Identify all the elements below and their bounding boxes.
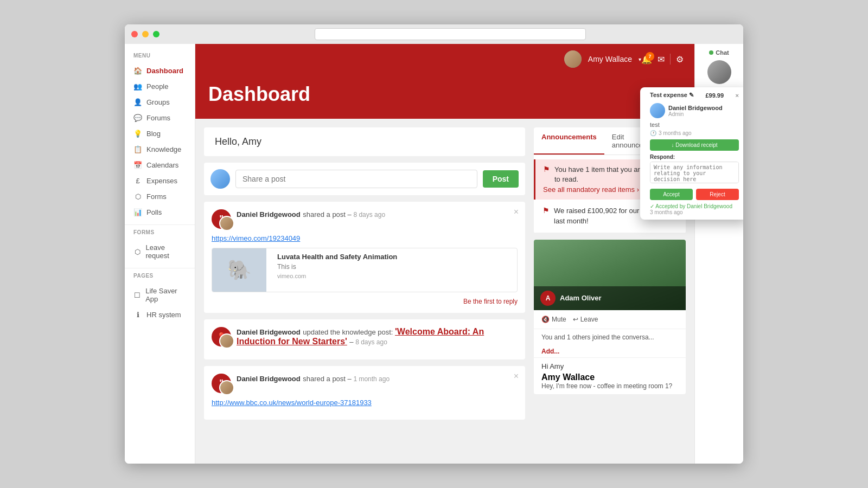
mandatory-link[interactable]: See all mandatory read items › bbox=[543, 185, 639, 194]
sidebar-item-forums[interactable]: 💬 Forums bbox=[125, 110, 195, 126]
chat-add-link[interactable]: Add... bbox=[534, 345, 686, 357]
post-composer: Post bbox=[204, 163, 525, 195]
sidebar-item-label: Dashboard bbox=[146, 67, 183, 75]
sidebar-item-life-saver[interactable]: ☐ Life Saver App bbox=[125, 283, 195, 307]
online-indicator bbox=[709, 50, 713, 55]
home-icon: 🏠 bbox=[133, 67, 142, 75]
feed-author: Daniel Bridgewood bbox=[237, 328, 301, 336]
traffic-light-red[interactable] bbox=[131, 31, 138, 37]
feed-link[interactable]: http://www.bbc.co.uk/news/world-europe-3… bbox=[212, 399, 518, 407]
mobile-username: Daniel Bridgewood bbox=[668, 105, 723, 111]
feed-preview: 🐘 Luvata Health and Safety Animation Thi… bbox=[212, 248, 518, 292]
sidebar-item-label: Knowledge bbox=[146, 145, 181, 153]
mail-icon[interactable]: ✉ bbox=[658, 54, 665, 65]
accepted-text: ✓ Accepted by Daniel Bridgewood bbox=[650, 203, 732, 209]
feed-action: shared a post – bbox=[303, 210, 353, 219]
sidebar-item-people[interactable]: 👥 People bbox=[125, 79, 195, 94]
feed-close-button[interactable]: × bbox=[514, 207, 519, 217]
feed-preview-desc: This is bbox=[277, 263, 513, 271]
feed-time: 1 month ago bbox=[353, 375, 390, 383]
post-button[interactable]: Post bbox=[483, 170, 519, 188]
expense-amount: £99.99 bbox=[705, 92, 724, 99]
reject-button[interactable]: Reject bbox=[696, 189, 739, 200]
mobile-expense-header: Test expense ✎ £99.99 × bbox=[650, 92, 739, 99]
sidebar-item-hr[interactable]: ℹ HR system bbox=[125, 307, 195, 323]
mute-icon: 🔇 bbox=[541, 316, 550, 323]
chat-panel-header: Chat bbox=[709, 49, 729, 56]
feed-avatar-wrap: " bbox=[212, 209, 231, 229]
chat-join-text: You and 1 others joined the conversa... bbox=[534, 329, 686, 345]
sidebar-item-label: Blog bbox=[146, 130, 161, 138]
chat-panel-label: Chat bbox=[716, 49, 729, 56]
sidebar-item-label: Calendars bbox=[146, 161, 178, 169]
traffic-light-yellow[interactable] bbox=[142, 31, 149, 37]
sidebar-item-groups[interactable]: 👤 Groups bbox=[125, 94, 195, 110]
leave-button[interactable]: ↩ Leave bbox=[573, 316, 598, 323]
sidebar-item-dashboard[interactable]: 🏠 Dashboard bbox=[125, 63, 195, 79]
hr-icon: ℹ bbox=[133, 311, 142, 319]
avatar-image bbox=[564, 50, 582, 68]
arrow-icon: › bbox=[637, 185, 639, 194]
main-with-chat: Amy Wallace ▾ 🔔 7 ✉ ⚙ Das bbox=[195, 44, 743, 464]
accepted-message: ✓ Accepted by Daniel Bridgewood bbox=[650, 203, 739, 209]
feed-meta: Daniel Bridgewood shared a post – 1 mont… bbox=[237, 374, 518, 383]
address-bar[interactable] bbox=[315, 28, 586, 40]
sidebar-item-knowledge[interactable]: 📋 Knowledge bbox=[125, 142, 195, 157]
sidebar-item-forms[interactable]: ⬡ Forms bbox=[125, 189, 195, 204]
traffic-light-green[interactable] bbox=[153, 31, 159, 37]
feed-item-header: " Daniel Bridgewood shared a post – 8 da… bbox=[212, 209, 518, 229]
forms-icon: ⬡ bbox=[133, 192, 142, 201]
accept-button[interactable]: Accept bbox=[650, 189, 693, 200]
feed-item-knowledge: 📍 Daniel Bridgewood updated the knowledg… bbox=[204, 319, 525, 359]
chat-actions: 🔇 Mute ↩ Leave bbox=[534, 310, 686, 329]
feed-link[interactable]: https://vimeo.com/19234049 bbox=[212, 234, 518, 242]
feed-dash: – bbox=[349, 338, 355, 346]
tab-announcements[interactable]: Announcements bbox=[534, 127, 604, 155]
leave-icon: ⬡ bbox=[133, 248, 141, 256]
feed-close-button[interactable]: × bbox=[514, 371, 519, 381]
share-post-input[interactable] bbox=[235, 170, 477, 188]
feed-reply-prompt[interactable]: Be the first to reply bbox=[212, 298, 518, 305]
app-layout: MENU 🏠 Dashboard 👥 People 👤 Groups 💬 For… bbox=[125, 44, 743, 464]
life-saver-icon: ☐ bbox=[133, 291, 141, 299]
sidebar: MENU 🏠 Dashboard 👥 People 👤 Groups 💬 For… bbox=[125, 44, 195, 464]
browser-titlebar bbox=[125, 24, 743, 44]
feed-avatar-wrap: " bbox=[212, 374, 231, 393]
feed-meta: Daniel Bridgewood shared a post – 8 days… bbox=[237, 209, 518, 219]
feed-item-header: 📍 Daniel Bridgewood updated the knowledg… bbox=[212, 327, 518, 346]
mobile-user-info: Daniel Bridgewood Admin bbox=[668, 105, 723, 117]
mute-button[interactable]: 🔇 Mute bbox=[541, 316, 566, 323]
mobile-frame: Test expense ✎ £99.99 × Daniel Bridgewoo… bbox=[646, 87, 743, 220]
header-separator bbox=[670, 54, 671, 65]
feed-preview-source: vimeo.com bbox=[277, 273, 513, 279]
mobile-role: Admin bbox=[668, 111, 723, 117]
chat-user-overlay: A Adam Oliver bbox=[534, 286, 686, 310]
chat-user-1[interactable] bbox=[707, 60, 731, 84]
feed-column: Hello, Amy Post × bbox=[204, 127, 525, 455]
expense-close[interactable]: × bbox=[736, 92, 739, 99]
download-receipt-button[interactable]: ↓ Download receipt bbox=[650, 139, 739, 151]
chat-greeting-text: Hi Amy bbox=[541, 362, 564, 370]
header-icons: 🔔 7 ✉ ⚙ bbox=[641, 54, 684, 65]
time-text: 3 months ago bbox=[659, 130, 692, 136]
feed-item-3: × " Daniel Bridgewood shared a post – 1 … bbox=[204, 366, 525, 420]
feed-action: updated the knowledge post: bbox=[303, 328, 395, 336]
sidebar-item-blog[interactable]: 💡 Blog bbox=[125, 126, 195, 142]
sidebar-item-calendars[interactable]: 📅 Calendars bbox=[125, 157, 195, 173]
people-icon: 👥 bbox=[133, 82, 142, 91]
sidebar-item-label: Expenses bbox=[146, 177, 177, 185]
sidebar-item-polls[interactable]: 📊 Polls bbox=[125, 204, 195, 220]
feed-action: shared a post – bbox=[303, 375, 353, 383]
mobile-user-row: Daniel Bridgewood Admin bbox=[650, 103, 739, 118]
feed-item: × " Daniel Bridgewood shared a post – 8 … bbox=[204, 202, 525, 313]
sidebar-item-expenses[interactable]: £ Expenses bbox=[125, 173, 195, 189]
user-name: Amy Wallace bbox=[588, 55, 632, 63]
respond-label: Respond: bbox=[650, 154, 739, 160]
pages-section-label: PAGES bbox=[125, 273, 195, 283]
settings-icon[interactable]: ⚙ bbox=[676, 54, 684, 65]
blog-icon: 💡 bbox=[133, 130, 142, 138]
sidebar-item-leave-request[interactable]: ⬡ Leave request bbox=[125, 240, 195, 264]
sidebar-item-label: Life Saver App bbox=[145, 287, 186, 303]
mobile-comment: test bbox=[650, 121, 739, 128]
respond-textarea[interactable] bbox=[650, 162, 739, 183]
